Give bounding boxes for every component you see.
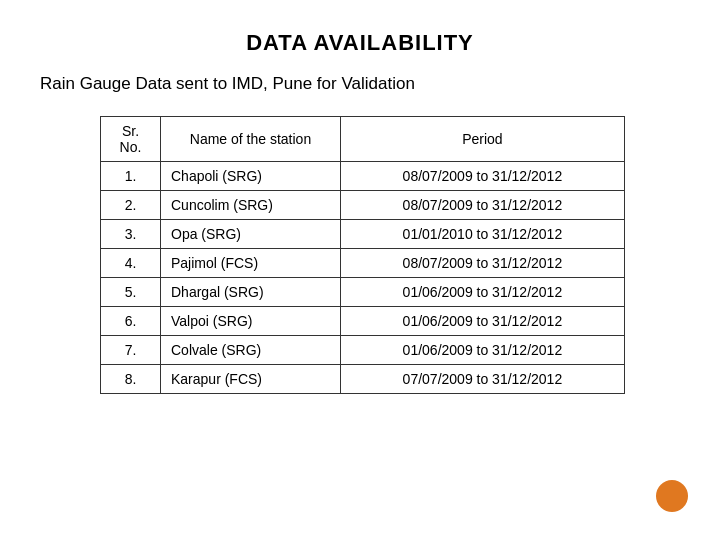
page-title: DATA AVAILABILITY	[40, 30, 680, 56]
cell-station-name: Valpoi (SRG)	[161, 307, 341, 336]
table-row: 4.Pajimol (FCS)08/07/2009 to 31/12/2012	[101, 249, 625, 278]
cell-period: 08/07/2009 to 31/12/2012	[341, 162, 625, 191]
table-row: 2.Cuncolim (SRG)08/07/2009 to 31/12/2012	[101, 191, 625, 220]
cell-station-name: Dhargal (SRG)	[161, 278, 341, 307]
cell-srno: 3.	[101, 220, 161, 249]
table-row: 5.Dhargal (SRG)01/06/2009 to 31/12/2012	[101, 278, 625, 307]
data-table: Sr. No. Name of the station Period 1.Cha…	[100, 116, 625, 394]
cell-srno: 4.	[101, 249, 161, 278]
cell-station-name: Chapoli (SRG)	[161, 162, 341, 191]
subtitle: Rain Gauge Data sent to IMD, Pune for Va…	[40, 74, 680, 94]
cell-srno: 1.	[101, 162, 161, 191]
cell-period: 01/06/2009 to 31/12/2012	[341, 336, 625, 365]
orange-circle-decoration	[656, 480, 688, 512]
cell-srno: 2.	[101, 191, 161, 220]
cell-srno: 5.	[101, 278, 161, 307]
table-row: 8.Karapur (FCS)07/07/2009 to 31/12/2012	[101, 365, 625, 394]
cell-period: 07/07/2009 to 31/12/2012	[341, 365, 625, 394]
table-row: 6.Valpoi (SRG)01/06/2009 to 31/12/2012	[101, 307, 625, 336]
cell-station-name: Cuncolim (SRG)	[161, 191, 341, 220]
cell-station-name: Colvale (SRG)	[161, 336, 341, 365]
cell-period: 08/07/2009 to 31/12/2012	[341, 249, 625, 278]
page: DATA AVAILABILITY Rain Gauge Data sent t…	[0, 0, 720, 540]
table-header-row: Sr. No. Name of the station Period	[101, 117, 625, 162]
table-row: 1.Chapoli (SRG)08/07/2009 to 31/12/2012	[101, 162, 625, 191]
cell-period: 01/01/2010 to 31/12/2012	[341, 220, 625, 249]
table-row: 3.Opa (SRG)01/01/2010 to 31/12/2012	[101, 220, 625, 249]
col-header-period: Period	[341, 117, 625, 162]
cell-srno: 6.	[101, 307, 161, 336]
cell-station-name: Opa (SRG)	[161, 220, 341, 249]
cell-station-name: Pajimol (FCS)	[161, 249, 341, 278]
cell-station-name: Karapur (FCS)	[161, 365, 341, 394]
col-header-srno: Sr. No.	[101, 117, 161, 162]
cell-srno: 7.	[101, 336, 161, 365]
col-header-name: Name of the station	[161, 117, 341, 162]
cell-period: 01/06/2009 to 31/12/2012	[341, 307, 625, 336]
cell-srno: 8.	[101, 365, 161, 394]
cell-period: 08/07/2009 to 31/12/2012	[341, 191, 625, 220]
table-row: 7.Colvale (SRG)01/06/2009 to 31/12/2012	[101, 336, 625, 365]
cell-period: 01/06/2009 to 31/12/2012	[341, 278, 625, 307]
